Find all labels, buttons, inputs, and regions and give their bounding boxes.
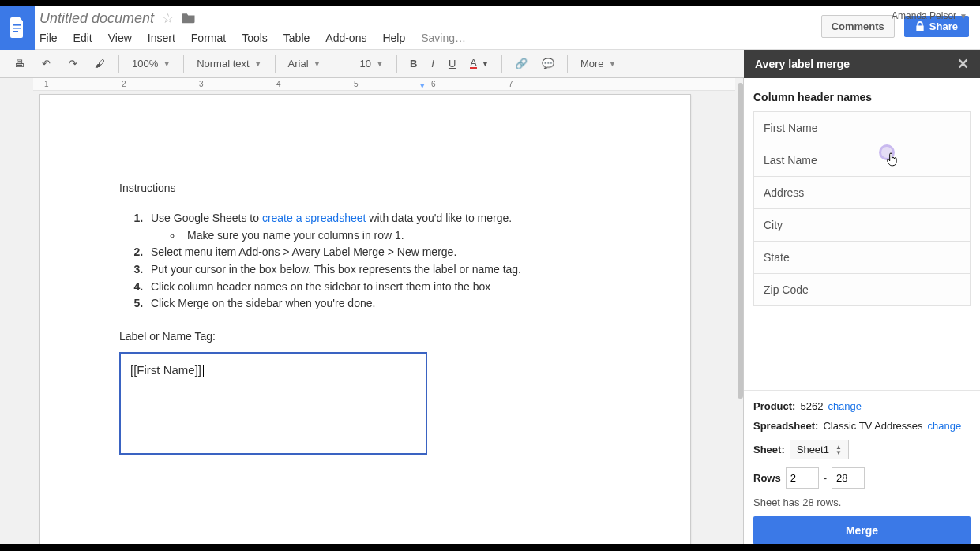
svg-rect-2: [13, 31, 18, 32]
account-menu[interactable]: Amanda Pelsor▼: [892, 10, 967, 21]
sidebar-footer: Product: 5262 change Spreadsheet: Classi…: [744, 390, 980, 551]
docs-logo[interactable]: [0, 6, 35, 50]
undo-icon[interactable]: ↶: [35, 54, 57, 73]
menu-tools[interactable]: Tools: [242, 32, 268, 44]
rows-from-input[interactable]: [786, 467, 819, 489]
change-product-link[interactable]: change: [828, 400, 862, 412]
user-name: Amanda Pelsor: [892, 10, 956, 21]
star-icon[interactable]: ☆: [162, 10, 174, 27]
ruler-tick: 1: [44, 80, 49, 88]
sidebar-title: Avery label merge: [755, 58, 850, 70]
menu-insert[interactable]: Insert: [148, 32, 175, 44]
workspace: 1 2 3 4 5 6 7 ▾ Instructions Use Google …: [0, 78, 980, 551]
menu-file[interactable]: File: [39, 32, 58, 44]
product-value: 5262: [800, 400, 823, 412]
label-caption: Label or Name Tag:: [119, 330, 611, 343]
menu-help[interactable]: Help: [382, 32, 405, 44]
close-icon[interactable]: ✕: [957, 55, 969, 73]
lock-icon: [915, 21, 925, 32]
rows-to-input[interactable]: [832, 467, 865, 489]
share-label: Share: [929, 21, 958, 32]
comment-icon[interactable]: 💬: [537, 54, 559, 73]
ruler-tick: 5: [354, 80, 359, 88]
document-title[interactable]: Untitled document: [39, 10, 154, 27]
instructions-heading: Instructions: [119, 182, 611, 194]
font-family-select[interactable]: Arial▼: [283, 56, 339, 71]
redo-icon[interactable]: ↷: [62, 54, 84, 73]
menu-bar: File Edit View Insert Format Tools Table…: [39, 32, 821, 44]
column-first-name[interactable]: First Name: [753, 111, 971, 144]
spreadsheet-value: Classic TV Addresses: [823, 420, 922, 432]
addon-sidebar: Avery label merge ✕ Column header names …: [743, 78, 980, 551]
menu-format[interactable]: Format: [191, 32, 226, 44]
column-zip[interactable]: Zip Code: [753, 273, 971, 306]
product-label: Product:: [753, 400, 795, 412]
stepper-icon: ▲▼: [835, 444, 842, 455]
ruler-tick: 7: [509, 80, 513, 88]
italic-icon[interactable]: I: [426, 54, 439, 73]
menu-view[interactable]: View: [108, 32, 132, 44]
list-item: Make sure you name your columns in row 1…: [182, 227, 611, 245]
sheet-label: Sheet:: [753, 444, 785, 455]
bold-icon[interactable]: B: [405, 54, 422, 73]
font-size-select[interactable]: 10▼: [355, 56, 389, 71]
ruler-tick: 4: [276, 80, 281, 88]
rows-label: Rows: [753, 472, 781, 484]
list-item: Click column header names on the sidebar…: [146, 279, 611, 296]
merge-button[interactable]: Merge: [753, 516, 971, 545]
rows-info: Sheet has 28 rows.: [753, 497, 971, 508]
comments-button[interactable]: Comments: [821, 15, 895, 38]
rows-dash: -: [824, 472, 827, 484]
paragraph-style-select[interactable]: Normal text▼: [192, 56, 266, 71]
zoom-select[interactable]: 100%▼: [127, 56, 175, 71]
list-item: Use Google Sheets to create a spreadshee…: [146, 210, 611, 244]
list-item: Put your cursor in the box below. This b…: [146, 261, 611, 279]
list-item: Click Merge on the sidebar when you're d…: [146, 295, 611, 313]
paint-format-icon[interactable]: 🖌: [88, 54, 111, 73]
app-header: Untitled document ☆ File Edit View Inser…: [0, 6, 980, 50]
window-bottom-border: [0, 544, 980, 551]
link-icon[interactable]: 🔗: [510, 54, 532, 73]
column-state[interactable]: State: [753, 241, 971, 274]
horizontal-ruler[interactable]: 1 2 3 4 5 6 7 ▾: [33, 78, 735, 91]
spreadsheet-label: Spreadsheet:: [753, 420, 818, 432]
saving-status: Saving…: [421, 32, 466, 44]
print-icon[interactable]: 🖶: [8, 54, 30, 73]
svg-rect-0: [13, 24, 21, 26]
document-page[interactable]: Instructions Use Google Sheets to create…: [39, 94, 691, 551]
document-canvas: 1 2 3 4 5 6 7 ▾ Instructions Use Google …: [0, 78, 743, 551]
underline-icon[interactable]: U: [444, 54, 460, 73]
vertical-scrollbar[interactable]: [738, 83, 743, 399]
window-top-border: [0, 0, 980, 6]
sidebar-section-title: Column header names: [753, 91, 971, 103]
column-address[interactable]: Address: [753, 176, 971, 209]
ruler-tick: 6: [431, 80, 436, 88]
sidebar-header: Avery label merge ✕: [744, 50, 980, 78]
merge-field: [[First Name]]: [130, 363, 201, 377]
ruler-tick: 2: [122, 80, 126, 88]
indent-marker-icon[interactable]: ▾: [420, 81, 425, 91]
ruler-tick: 3: [199, 80, 204, 88]
menu-table[interactable]: Table: [283, 32, 310, 44]
label-template-box[interactable]: [[First Name]]: [119, 352, 427, 455]
toolbar-more[interactable]: More▼: [576, 56, 621, 71]
sheet-select[interactable]: Sheet1 ▲▼: [790, 440, 849, 459]
text-color-icon[interactable]: A▼: [465, 55, 494, 73]
caret-down-icon: ▼: [959, 12, 967, 21]
menu-addons[interactable]: Add-ons: [325, 32, 366, 44]
svg-rect-1: [13, 28, 21, 29]
instructions-list: Use Google Sheets to create a spreadshee…: [146, 210, 611, 313]
list-item: Select menu item Add-ons > Avery Label M…: [146, 244, 611, 261]
folder-icon[interactable]: [182, 12, 196, 26]
menu-edit[interactable]: Edit: [73, 32, 92, 44]
change-spreadsheet-link[interactable]: change: [928, 420, 962, 432]
text-cursor: [203, 365, 204, 377]
column-city[interactable]: City: [753, 208, 971, 242]
column-last-name[interactable]: Last Name: [753, 144, 971, 177]
create-spreadsheet-link[interactable]: create a spreadsheet: [262, 212, 366, 224]
